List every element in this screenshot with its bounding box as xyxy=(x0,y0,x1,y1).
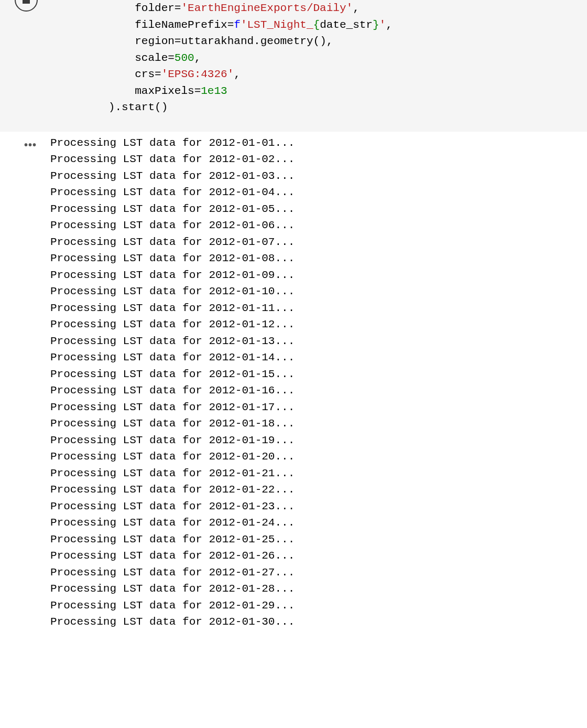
output-line: Processing LST data for 2012-01-06... xyxy=(50,219,295,231)
code-token xyxy=(56,101,108,113)
output-line: Processing LST data for 2012-01-18... xyxy=(50,417,295,430)
code-token: , xyxy=(386,19,393,31)
output-line: Processing LST data for 2012-01-08... xyxy=(50,252,295,264)
output-line: Processing LST data for 2012-01-23... xyxy=(50,500,295,512)
code-token: = xyxy=(227,19,234,31)
output-line: Processing LST data for 2012-01-12... xyxy=(50,318,295,330)
code-token: , xyxy=(353,2,360,14)
stop-icon xyxy=(23,0,30,4)
output-line: Processing LST data for 2012-01-16... xyxy=(50,384,295,397)
code-token: 'EPSG:4326' xyxy=(161,68,234,80)
output-line: Processing LST data for 2012-01-17... xyxy=(50,401,295,413)
code-token: = xyxy=(175,2,181,14)
code-token: scale xyxy=(135,52,168,64)
notebook: folder='EarthEngineExports/Daily', fileN… xyxy=(0,0,587,630)
code-token: ) xyxy=(320,35,327,47)
code-token xyxy=(56,19,135,31)
code-token: = xyxy=(194,85,201,97)
output-line: Processing LST data for 2012-01-25... xyxy=(50,533,295,545)
code-token: maxPixels xyxy=(135,85,194,97)
output-line: Processing LST data for 2012-01-13... xyxy=(50,335,295,347)
output-line: Processing LST data for 2012-01-20... xyxy=(50,451,295,463)
output-line: Processing LST data for 2012-01-01... xyxy=(50,137,295,149)
output-cell: ••• Processing LST data for 2012-01-01..… xyxy=(0,132,587,630)
code-token xyxy=(56,68,135,80)
output-line: Processing LST data for 2012-01-14... xyxy=(50,351,295,363)
output-options-button[interactable]: ••• xyxy=(24,137,37,153)
output-line: Processing LST data for 2012-01-26... xyxy=(50,550,295,562)
code-token: , xyxy=(327,35,333,47)
code-token: f xyxy=(234,19,241,31)
code-token: 'EarthEngineExports/Daily' xyxy=(181,2,353,14)
code-token: date_str xyxy=(320,19,373,31)
output-line: Processing LST data for 2012-01-28... xyxy=(50,583,295,595)
output-line: Processing LST data for 2012-01-15... xyxy=(50,368,295,380)
code-token: fileNamePrefix xyxy=(135,19,227,31)
code-token: 500 xyxy=(175,52,194,64)
code-token: ( xyxy=(313,35,320,47)
output-line: Processing LST data for 2012-01-19... xyxy=(50,434,295,446)
code-token: ' xyxy=(379,19,386,31)
code-token xyxy=(56,52,135,64)
code-token xyxy=(56,35,135,47)
code-token: , xyxy=(234,68,241,80)
stop-execution-button[interactable] xyxy=(15,0,38,12)
output-gutter: ••• xyxy=(0,132,50,630)
output-line: Processing LST data for 2012-01-03... xyxy=(50,170,295,182)
code-token: ) xyxy=(161,101,168,113)
code-token: , xyxy=(194,52,201,64)
output-line: Processing LST data for 2012-01-29... xyxy=(50,599,295,612)
code-token: = xyxy=(155,68,161,80)
code-token: = xyxy=(175,35,181,47)
code-token: { xyxy=(313,19,320,31)
output-line: Processing LST data for 2012-01-02... xyxy=(50,153,295,165)
output-line: Processing LST data for 2012-01-04... xyxy=(50,186,295,198)
code-token: ) xyxy=(108,101,115,113)
code-token: ' xyxy=(241,19,247,31)
code-token: crs xyxy=(135,68,155,80)
code-token: ( xyxy=(155,101,161,113)
code-token: region xyxy=(135,35,175,47)
output-line: Processing LST data for 2012-01-07... xyxy=(50,236,295,248)
code-token: = xyxy=(168,52,175,64)
output-line: Processing LST data for 2012-01-11... xyxy=(50,302,295,314)
code-token: LST_Night_ xyxy=(247,19,313,31)
code-token: folder xyxy=(135,2,175,14)
output-line: Processing LST data for 2012-01-24... xyxy=(50,517,295,529)
output-line: Processing LST data for 2012-01-10... xyxy=(50,285,295,297)
code-token: 1e13 xyxy=(201,85,227,97)
output-text: Processing LST data for 2012-01-01... Pr… xyxy=(50,132,587,630)
code-gutter xyxy=(0,0,50,132)
output-line: Processing LST data for 2012-01-27... xyxy=(50,566,295,579)
code-token: uttarakhand.geometry xyxy=(181,35,313,47)
code-token: .start xyxy=(115,101,155,113)
code-editor[interactable]: folder='EarthEngineExports/Daily', fileN… xyxy=(50,0,587,132)
code-cell: folder='EarthEngineExports/Daily', fileN… xyxy=(0,0,587,132)
code-token xyxy=(56,85,135,97)
output-line: Processing LST data for 2012-01-30... xyxy=(50,616,295,628)
code-token xyxy=(56,2,135,14)
output-line: Processing LST data for 2012-01-22... xyxy=(50,484,295,496)
output-line: Processing LST data for 2012-01-21... xyxy=(50,467,295,479)
code-token: } xyxy=(373,19,379,31)
output-line: Processing LST data for 2012-01-09... xyxy=(50,269,295,281)
output-line: Processing LST data for 2012-01-05... xyxy=(50,203,295,215)
